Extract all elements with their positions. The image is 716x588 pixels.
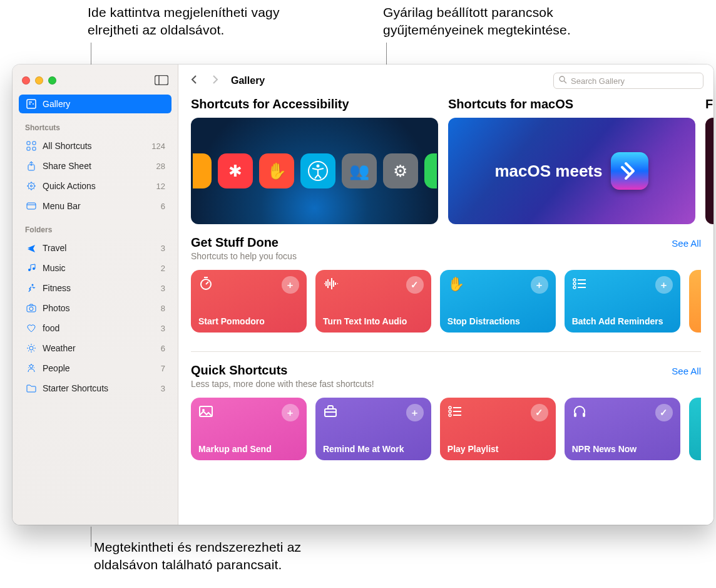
- sidebar-item-count: 28: [156, 162, 165, 171]
- card-batch-add-reminders[interactable]: ＋ Batch Add Reminders: [565, 270, 680, 333]
- see-all-link[interactable]: See All: [672, 366, 701, 376]
- svg-rect-39: [583, 413, 585, 417]
- sidebar-item-quick-actions[interactable]: Quick Actions 12: [19, 177, 171, 195]
- card-turn-text-into-audio[interactable]: ✓ Turn Text Into Audio: [315, 270, 431, 333]
- hand-icon: ✋: [447, 276, 464, 292]
- zoom-button[interactable]: [48, 76, 56, 85]
- app-window: Gallery Shortcuts All Shortcuts 124 Shar…: [13, 64, 713, 525]
- gallery-icon: [25, 99, 38, 109]
- sidebar-item-all-shortcuts[interactable]: All Shortcuts 124: [19, 137, 171, 155]
- sidebar-header-folders: Folders: [13, 219, 178, 236]
- callout-sidebar-toggle: Ide kattintva megjelenítheti vagy elrejt…: [88, 4, 307, 39]
- callout-sidebar-footer: Megtekintheti és rendszerezheti az oldal…: [94, 539, 357, 574]
- sidebar-item-people[interactable]: People 7: [19, 359, 171, 378]
- card-partial[interactable]: [689, 270, 701, 333]
- card-title: Remind Me at Work: [323, 444, 424, 454]
- svg-rect-38: [574, 413, 576, 417]
- sidebar-item-fitness[interactable]: Fitness 3: [19, 279, 171, 297]
- card-npr-news-now[interactable]: ✓ NPR News Now: [565, 398, 680, 460]
- banner-accessibility[interactable]: ✱ ✋ 👥 ⚙: [191, 118, 438, 224]
- sidebar-item-travel[interactable]: Travel 3: [19, 239, 171, 257]
- list-icon: [447, 404, 463, 423]
- svg-rect-7: [33, 147, 36, 150]
- add-badge[interactable]: ＋: [282, 404, 299, 421]
- svg-point-24: [573, 282, 576, 285]
- add-badge[interactable]: ＋: [282, 276, 299, 294]
- svg-point-34: [449, 414, 451, 416]
- sidebar-item-count: 124: [151, 142, 165, 151]
- gear-icon: [25, 181, 38, 191]
- sidebar-item-food[interactable]: food 3: [19, 319, 171, 338]
- camera-icon: [25, 303, 38, 313]
- callout-line: [91, 527, 91, 547]
- toggle-sidebar-button[interactable]: [154, 75, 169, 86]
- card-partial[interactable]: [689, 398, 701, 460]
- search-input[interactable]: Search Gallery: [553, 73, 703, 89]
- window-controls: [13, 68, 178, 92]
- tile-partial: [193, 153, 212, 188]
- svg-point-16: [29, 346, 33, 350]
- tile-icon: 👥: [342, 153, 377, 188]
- sidebar-item-count: 6: [161, 344, 165, 353]
- image-icon: [198, 404, 213, 423]
- folder-icon: [25, 383, 38, 393]
- people-icon: [25, 363, 38, 373]
- sidebar-item-menu-bar[interactable]: Menu Bar 6: [19, 197, 171, 215]
- sidebar-item-label: Gallery: [43, 99, 70, 109]
- close-button[interactable]: [22, 76, 30, 85]
- shortcuts-app-icon: [611, 152, 648, 190]
- menubar-icon: [25, 201, 38, 211]
- card-remind-me-at-work[interactable]: ＋ Remind Me at Work: [315, 398, 431, 460]
- add-badge[interactable]: ＋: [406, 404, 424, 421]
- added-badge[interactable]: ✓: [406, 276, 424, 294]
- sidebar-item-label: Photos: [43, 303, 70, 313]
- svg-rect-2: [27, 100, 36, 108]
- sidebar-item-count: 3: [161, 384, 165, 393]
- card-start-pomodoro[interactable]: ＋ Start Pomodoro: [191, 270, 307, 333]
- plane-icon: [25, 243, 38, 253]
- sun-icon: [25, 343, 38, 353]
- card-stop-distractions[interactable]: ✋ ＋ Stop Distractions: [440, 270, 556, 333]
- add-badge[interactable]: ＋: [655, 276, 673, 294]
- sidebar-item-count: 2: [161, 264, 165, 273]
- briefcase-icon: [323, 404, 338, 423]
- banner-macos[interactable]: macOS meets: [448, 118, 695, 224]
- grid-icon: [25, 141, 38, 151]
- sidebar-item-count: 3: [161, 284, 165, 293]
- card-markup-and-send[interactable]: ＋ Markup and Send: [191, 398, 307, 460]
- banner-title-macos: Shortcuts for macOS: [448, 97, 695, 111]
- card-title: Play Playlist: [447, 444, 548, 454]
- add-badge[interactable]: ＋: [531, 276, 548, 294]
- forward-button[interactable]: [210, 75, 221, 88]
- banner-partial[interactable]: [705, 118, 713, 224]
- minimize-button[interactable]: [35, 76, 43, 85]
- svg-point-15: [29, 307, 33, 311]
- toolbar: Gallery Search Gallery: [178, 64, 713, 97]
- banner-text: macOS meets: [495, 162, 603, 181]
- svg-point-25: [573, 286, 576, 289]
- card-title: Turn Text Into Audio: [323, 316, 424, 326]
- see-all-link[interactable]: See All: [672, 238, 701, 249]
- sidebar-item-music[interactable]: Music 2: [19, 259, 171, 277]
- added-badge[interactable]: ✓: [531, 404, 548, 421]
- banner-title-partial: F: [705, 97, 713, 111]
- sidebar-item-count: 8: [161, 304, 165, 313]
- wave-icon: [323, 276, 339, 295]
- svg-rect-0: [155, 76, 168, 85]
- back-button[interactable]: [188, 75, 200, 88]
- card-title: Start Pomodoro: [198, 316, 299, 326]
- added-badge[interactable]: ✓: [655, 404, 673, 421]
- sidebar-item-gallery[interactable]: Gallery: [19, 95, 171, 113]
- sidebar-item-photos[interactable]: Photos 8: [19, 299, 171, 317]
- sidebar-item-share-sheet[interactable]: Share Sheet 28: [19, 157, 171, 175]
- svg-point-3: [33, 103, 34, 105]
- svg-point-13: [32, 284, 34, 286]
- sidebar-folders-list: Travel 3 Music 2 Fitness 3 Photos 8 food: [13, 236, 178, 401]
- svg-point-33: [449, 410, 451, 413]
- sidebar-item-weather[interactable]: Weather 6: [19, 339, 171, 358]
- svg-rect-4: [27, 142, 30, 145]
- sidebar-item-starter-shortcuts[interactable]: Starter Shortcuts 3: [19, 379, 171, 398]
- card-play-playlist[interactable]: ✓ Play Playlist: [440, 398, 556, 460]
- svg-point-32: [449, 406, 451, 409]
- sidebar-header-shortcuts: Shortcuts: [13, 117, 178, 134]
